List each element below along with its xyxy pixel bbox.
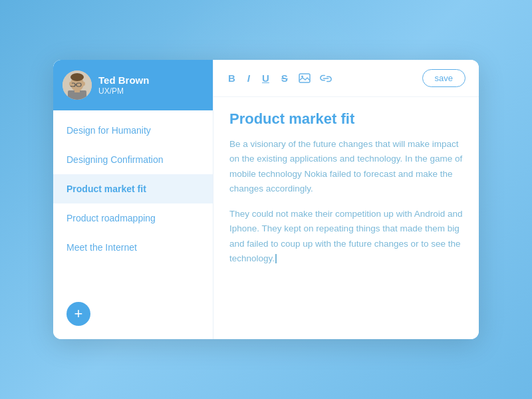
article-body: Be a visionary of the future changes tha… xyxy=(229,137,463,266)
toolbar: B I U S save xyxy=(213,60,479,97)
sidebar: Ted Brown UX/PM Design for HumanityDesig… xyxy=(53,60,213,339)
svg-point-4 xyxy=(70,73,84,81)
sidebar-item-product-market-fit[interactable]: Product market fit xyxy=(53,174,213,203)
sidebar-item-design-for-humanity[interactable]: Design for Humanity xyxy=(53,116,213,145)
image-icon[interactable] xyxy=(299,74,311,83)
save-button[interactable]: save xyxy=(422,69,466,87)
underline-button[interactable]: U xyxy=(261,70,271,86)
user-role: UX/PM xyxy=(98,86,149,96)
main-card: Ted Brown UX/PM Design for HumanityDesig… xyxy=(53,60,479,339)
sidebar-footer: + xyxy=(53,291,213,339)
svg-point-11 xyxy=(301,76,303,78)
svg-point-9 xyxy=(82,82,85,86)
user-name: Ted Brown xyxy=(98,74,149,86)
sidebar-header: Ted Brown UX/PM xyxy=(53,60,213,110)
italic-button[interactable]: I xyxy=(246,70,251,86)
user-info: Ted Brown UX/PM xyxy=(98,74,149,96)
avatar xyxy=(63,70,92,100)
link-icon[interactable] xyxy=(320,74,332,83)
add-button[interactable]: + xyxy=(66,302,90,326)
article-area: Product market fit Be a visionary of the… xyxy=(213,97,479,339)
content-panel: B I U S save xyxy=(213,60,479,339)
svg-point-8 xyxy=(69,82,72,86)
bold-button[interactable]: B xyxy=(227,70,237,86)
sidebar-item-product-roadmapping[interactable]: Product roadmapping xyxy=(53,203,213,233)
sidebar-item-designing-confirmation[interactable]: Designing Confirmation xyxy=(53,145,213,174)
article-paragraph-1: Be a visionary of the future changes tha… xyxy=(229,137,463,196)
text-cursor xyxy=(275,254,277,263)
sidebar-nav: Design for HumanityDesigning Confirmatio… xyxy=(53,110,213,291)
article-paragraph-2: They could not make their competition up… xyxy=(229,207,463,266)
sidebar-item-meet-the-internet[interactable]: Meet the Internet xyxy=(53,233,213,262)
svg-rect-10 xyxy=(299,74,310,82)
strikethrough-button[interactable]: S xyxy=(280,70,289,86)
article-title: Product market fit xyxy=(229,110,463,128)
